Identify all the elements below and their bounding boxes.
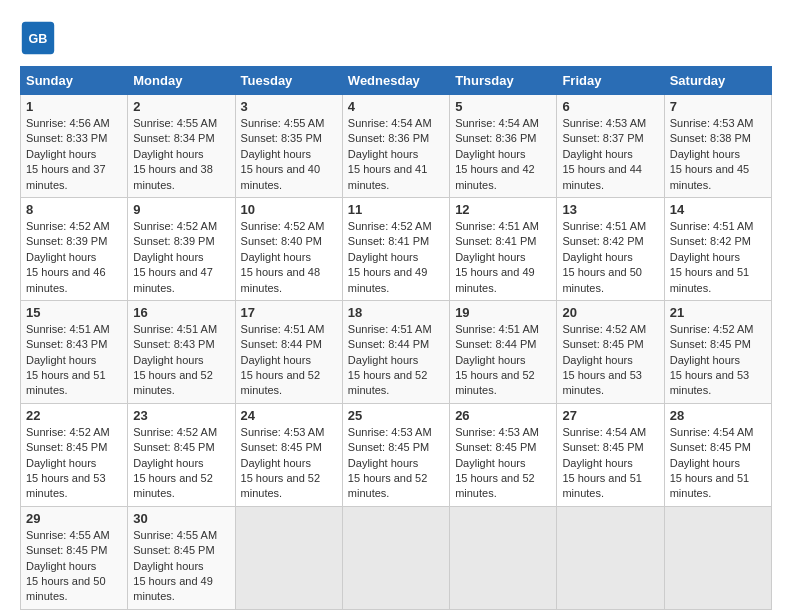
calendar-week-3: 15 Sunrise: 4:51 AMSunset: 8:43 PMDaylig… [21,300,772,403]
day-info: Sunrise: 4:54 AMSunset: 8:36 PMDaylight … [455,117,539,191]
calendar-cell: 23 Sunrise: 4:52 AMSunset: 8:45 PMDaylig… [128,403,235,506]
calendar-cell: 8 Sunrise: 4:52 AMSunset: 8:39 PMDayligh… [21,197,128,300]
calendar-cell: 12 Sunrise: 4:51 AMSunset: 8:41 PMDaylig… [450,197,557,300]
day-number: 18 [348,305,444,320]
calendar-cell: 29 Sunrise: 4:55 AMSunset: 8:45 PMDaylig… [21,506,128,609]
calendar-cell [450,506,557,609]
calendar-week-2: 8 Sunrise: 4:52 AMSunset: 8:39 PMDayligh… [21,197,772,300]
header-monday: Monday [128,67,235,95]
day-number: 5 [455,99,551,114]
calendar-week-1: 1 Sunrise: 4:56 AMSunset: 8:33 PMDayligh… [21,95,772,198]
calendar-cell [557,506,664,609]
calendar-week-4: 22 Sunrise: 4:52 AMSunset: 8:45 PMDaylig… [21,403,772,506]
day-info: Sunrise: 4:55 AMSunset: 8:45 PMDaylight … [133,529,217,603]
calendar-cell: 6 Sunrise: 4:53 AMSunset: 8:37 PMDayligh… [557,95,664,198]
calendar-cell: 26 Sunrise: 4:53 AMSunset: 8:45 PMDaylig… [450,403,557,506]
day-info: Sunrise: 4:55 AMSunset: 8:45 PMDaylight … [26,529,110,603]
day-info: Sunrise: 4:54 AMSunset: 8:45 PMDaylight … [670,426,754,500]
logo: GB [20,20,62,56]
day-number: 1 [26,99,122,114]
day-number: 8 [26,202,122,217]
day-info: Sunrise: 4:54 AMSunset: 8:36 PMDaylight … [348,117,432,191]
header-tuesday: Tuesday [235,67,342,95]
calendar-cell: 4 Sunrise: 4:54 AMSunset: 8:36 PMDayligh… [342,95,449,198]
day-info: Sunrise: 4:51 AMSunset: 8:41 PMDaylight … [455,220,539,294]
calendar-cell: 18 Sunrise: 4:51 AMSunset: 8:44 PMDaylig… [342,300,449,403]
calendar-cell: 24 Sunrise: 4:53 AMSunset: 8:45 PMDaylig… [235,403,342,506]
header-sunday: Sunday [21,67,128,95]
day-info: Sunrise: 4:51 AMSunset: 8:44 PMDaylight … [348,323,432,397]
calendar-cell [235,506,342,609]
calendar-cell: 14 Sunrise: 4:51 AMSunset: 8:42 PMDaylig… [664,197,771,300]
day-number: 29 [26,511,122,526]
calendar-cell: 5 Sunrise: 4:54 AMSunset: 8:36 PMDayligh… [450,95,557,198]
day-number: 22 [26,408,122,423]
calendar-cell: 19 Sunrise: 4:51 AMSunset: 8:44 PMDaylig… [450,300,557,403]
day-info: Sunrise: 4:55 AMSunset: 8:35 PMDaylight … [241,117,325,191]
day-number: 30 [133,511,229,526]
day-info: Sunrise: 4:51 AMSunset: 8:42 PMDaylight … [562,220,646,294]
header-thursday: Thursday [450,67,557,95]
day-number: 16 [133,305,229,320]
calendar-cell: 16 Sunrise: 4:51 AMSunset: 8:43 PMDaylig… [128,300,235,403]
header-friday: Friday [557,67,664,95]
day-number: 27 [562,408,658,423]
day-number: 24 [241,408,337,423]
day-number: 26 [455,408,551,423]
calendar-cell: 17 Sunrise: 4:51 AMSunset: 8:44 PMDaylig… [235,300,342,403]
calendar-cell: 15 Sunrise: 4:51 AMSunset: 8:43 PMDaylig… [21,300,128,403]
day-number: 17 [241,305,337,320]
calendar-cell: 22 Sunrise: 4:52 AMSunset: 8:45 PMDaylig… [21,403,128,506]
day-info: Sunrise: 4:52 AMSunset: 8:45 PMDaylight … [562,323,646,397]
calendar-cell: 11 Sunrise: 4:52 AMSunset: 8:41 PMDaylig… [342,197,449,300]
header-wednesday: Wednesday [342,67,449,95]
day-number: 12 [455,202,551,217]
calendar-cell: 27 Sunrise: 4:54 AMSunset: 8:45 PMDaylig… [557,403,664,506]
calendar-cell: 9 Sunrise: 4:52 AMSunset: 8:39 PMDayligh… [128,197,235,300]
day-number: 11 [348,202,444,217]
calendar-cell: 7 Sunrise: 4:53 AMSunset: 8:38 PMDayligh… [664,95,771,198]
day-number: 20 [562,305,658,320]
calendar-cell: 3 Sunrise: 4:55 AMSunset: 8:35 PMDayligh… [235,95,342,198]
calendar-cell: 20 Sunrise: 4:52 AMSunset: 8:45 PMDaylig… [557,300,664,403]
day-number: 15 [26,305,122,320]
day-info: Sunrise: 4:54 AMSunset: 8:45 PMDaylight … [562,426,646,500]
day-info: Sunrise: 4:51 AMSunset: 8:43 PMDaylight … [133,323,217,397]
day-info: Sunrise: 4:52 AMSunset: 8:40 PMDaylight … [241,220,325,294]
day-info: Sunrise: 4:55 AMSunset: 8:34 PMDaylight … [133,117,217,191]
day-info: Sunrise: 4:51 AMSunset: 8:44 PMDaylight … [455,323,539,397]
calendar-cell: 28 Sunrise: 4:54 AMSunset: 8:45 PMDaylig… [664,403,771,506]
day-info: Sunrise: 4:52 AMSunset: 8:39 PMDaylight … [26,220,110,294]
day-info: Sunrise: 4:51 AMSunset: 8:44 PMDaylight … [241,323,325,397]
calendar-cell [664,506,771,609]
day-info: Sunrise: 4:53 AMSunset: 8:45 PMDaylight … [455,426,539,500]
day-number: 9 [133,202,229,217]
calendar-cell: 13 Sunrise: 4:51 AMSunset: 8:42 PMDaylig… [557,197,664,300]
header-saturday: Saturday [664,67,771,95]
day-number: 14 [670,202,766,217]
calendar-cell [342,506,449,609]
calendar-table: SundayMondayTuesdayWednesdayThursdayFrid… [20,66,772,610]
day-info: Sunrise: 4:51 AMSunset: 8:42 PMDaylight … [670,220,754,294]
day-number: 4 [348,99,444,114]
day-info: Sunrise: 4:52 AMSunset: 8:39 PMDaylight … [133,220,217,294]
logo-icon: GB [20,20,56,56]
day-info: Sunrise: 4:51 AMSunset: 8:43 PMDaylight … [26,323,110,397]
page-header: GB [20,20,772,56]
day-info: Sunrise: 4:52 AMSunset: 8:45 PMDaylight … [670,323,754,397]
calendar-cell: 21 Sunrise: 4:52 AMSunset: 8:45 PMDaylig… [664,300,771,403]
day-number: 21 [670,305,766,320]
calendar-cell: 2 Sunrise: 4:55 AMSunset: 8:34 PMDayligh… [128,95,235,198]
calendar-header-row: SundayMondayTuesdayWednesdayThursdayFrid… [21,67,772,95]
day-number: 2 [133,99,229,114]
calendar-cell: 10 Sunrise: 4:52 AMSunset: 8:40 PMDaylig… [235,197,342,300]
day-number: 6 [562,99,658,114]
day-number: 7 [670,99,766,114]
day-number: 28 [670,408,766,423]
day-number: 23 [133,408,229,423]
day-number: 19 [455,305,551,320]
day-info: Sunrise: 4:53 AMSunset: 8:38 PMDaylight … [670,117,754,191]
calendar-cell: 25 Sunrise: 4:53 AMSunset: 8:45 PMDaylig… [342,403,449,506]
calendar-week-5: 29 Sunrise: 4:55 AMSunset: 8:45 PMDaylig… [21,506,772,609]
day-info: Sunrise: 4:52 AMSunset: 8:41 PMDaylight … [348,220,432,294]
